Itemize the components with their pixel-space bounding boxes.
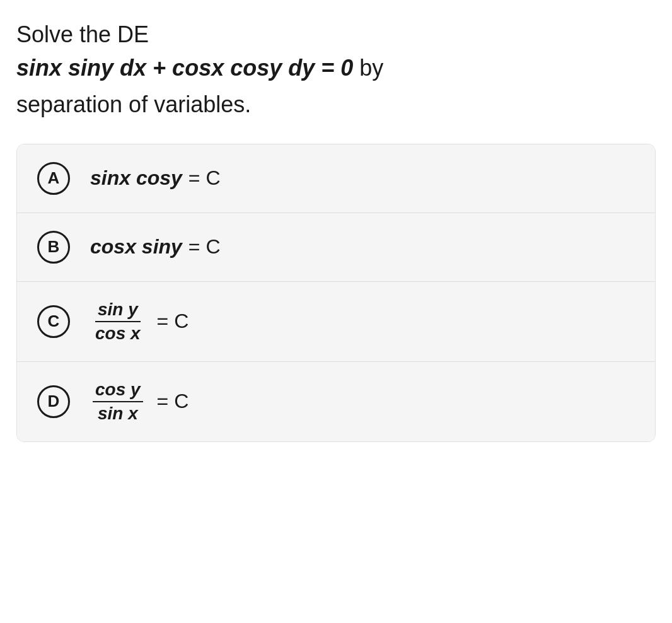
question-equation: sinx siny dx + cosx cosy dy = 0 by — [16, 52, 656, 84]
option-d-denominator: sin x — [95, 402, 141, 424]
option-a-circle: A — [37, 162, 70, 195]
option-b-text: cosx siny — [90, 235, 182, 259]
option-d-numerator: cos y — [93, 380, 143, 402]
option-c-fraction: sin y cos x — [93, 300, 143, 344]
equation-suffix: by — [359, 55, 383, 81]
option-c-equals: = C — [157, 310, 189, 333]
option-c-denominator: cos x — [93, 322, 143, 344]
option-d-fraction: cos y sin x — [93, 380, 143, 424]
option-c-content: sin y cos x = C — [90, 300, 188, 344]
option-a-text: sinx cosy — [90, 166, 182, 190]
question-container: Solve the DE sinx siny dx + cosx cosy dy… — [16, 20, 656, 442]
option-a[interactable]: A sinx cosy = C — [17, 144, 655, 213]
options-container: A sinx cosy = C B cosx siny = C C sin y … — [16, 144, 656, 442]
option-b[interactable]: B cosx siny = C — [17, 213, 655, 282]
option-b-circle: B — [37, 231, 70, 264]
option-d[interactable]: D cos y sin x = C — [17, 362, 655, 441]
question-method: separation of variables. — [16, 89, 656, 120]
question-intro: Solve the DE — [16, 20, 656, 50]
option-d-equals: = C — [157, 390, 189, 413]
option-d-content: cos y sin x = C — [90, 380, 188, 424]
question-header: Solve the DE sinx siny dx + cosx cosy dy… — [16, 20, 656, 121]
option-c-numerator: sin y — [95, 300, 141, 322]
option-b-content: cosx siny = C — [90, 235, 221, 259]
option-a-content: sinx cosy = C — [90, 166, 221, 190]
equation-text: sinx siny dx + cosx cosy dy = 0 — [16, 55, 353, 81]
option-c-circle: C — [37, 305, 70, 338]
option-b-equals: = C — [188, 235, 221, 259]
option-d-circle: D — [37, 385, 70, 418]
option-a-equals: = C — [188, 166, 221, 190]
option-c[interactable]: C sin y cos x = C — [17, 282, 655, 362]
